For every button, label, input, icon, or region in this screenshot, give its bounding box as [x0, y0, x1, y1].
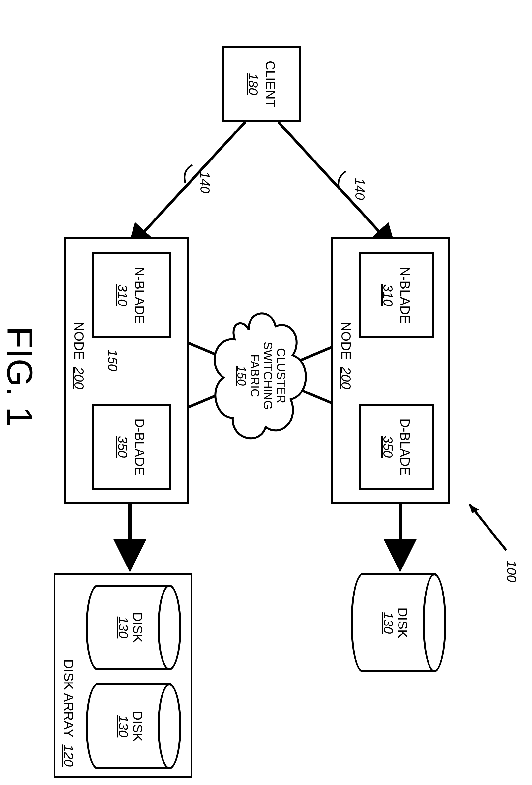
disk-b-label: DISK	[130, 683, 145, 769]
disk-array-item-2: DISK 130	[86, 683, 181, 769]
page: 100 CLIENT 180 140 140 N-BLADE 310 D-BLA…	[0, 0, 532, 785]
dblade-2: D-BLADE 350	[92, 404, 171, 490]
disk-array-caption: DISK ARRAY 120	[61, 659, 76, 766]
disk-a-ref: 130	[116, 585, 130, 670]
node-2-caption: NODE 200	[72, 322, 86, 389]
dblade-1-label: D-BLADE	[398, 418, 413, 475]
diagram-canvas: 100 CLIENT 180 140 140 N-BLADE 310 D-BLA…	[0, 0, 532, 785]
client-box: CLIENT 180	[222, 46, 301, 122]
node-1-label: NODE	[339, 322, 353, 360]
fabric-link-150: 150	[105, 349, 120, 372]
fabric-cloud: CLUSTER SWITCHING FABRIC 150	[206, 306, 318, 445]
fabric-ref: 150	[235, 306, 248, 445]
svg-line-0	[278, 122, 394, 247]
disk-array-item-1: DISK 130	[86, 585, 181, 670]
node-1-caption: NODE 200	[339, 322, 353, 389]
svg-line-1	[130, 122, 245, 247]
system-ref: 100	[504, 560, 519, 582]
nblade-2-label: N-BLADE	[133, 267, 147, 324]
node-1: N-BLADE 310 D-BLADE 350 NODE 200	[331, 237, 450, 504]
fabric-line3: FABRIC	[248, 306, 261, 445]
fabric-line2: SWITCHING	[261, 306, 275, 445]
nblade-1-ref: 310	[381, 284, 396, 306]
nblade-1: N-BLADE 310	[359, 252, 434, 338]
disk-a-label: DISK	[130, 585, 145, 670]
dblade-1-ref: 350	[381, 436, 396, 458]
fabric-line1: CLUSTER	[274, 306, 287, 445]
node-2: N-BLADE 310 D-BLADE 350 NODE 200	[64, 237, 189, 504]
link-140-top: 140	[352, 178, 367, 200]
node-2-label: NODE	[72, 322, 86, 360]
dblade-2-label: D-BLADE	[133, 418, 147, 475]
disk-single-ref: 130	[381, 574, 396, 672]
client-ref: 180	[246, 73, 261, 95]
disk-single: DISK 130	[351, 574, 446, 672]
figure-caption: FIG. 1	[0, 326, 41, 427]
disk-b-ref: 130	[116, 683, 130, 769]
link-140-bottom: 140	[198, 171, 212, 194]
disk-array-ref: 120	[61, 744, 76, 766]
nblade-2: N-BLADE 310	[92, 252, 171, 338]
nblade-2-ref: 310	[116, 284, 130, 306]
disk-single-label: DISK	[396, 574, 410, 672]
disk-array-label: DISK ARRAY	[61, 659, 76, 737]
disk-array: DISK 130 DISK 130 DISK ARRAY 120	[54, 574, 193, 778]
system-ref-arrow	[459, 494, 512, 567]
node-2-ref: 200	[72, 367, 86, 389]
dblade-1: D-BLADE 350	[359, 404, 434, 490]
nblade-1-label: N-BLADE	[398, 267, 413, 324]
client-label: CLIENT	[263, 61, 278, 107]
node-1-ref: 200	[339, 367, 353, 389]
dblade-2-ref: 350	[116, 436, 130, 458]
